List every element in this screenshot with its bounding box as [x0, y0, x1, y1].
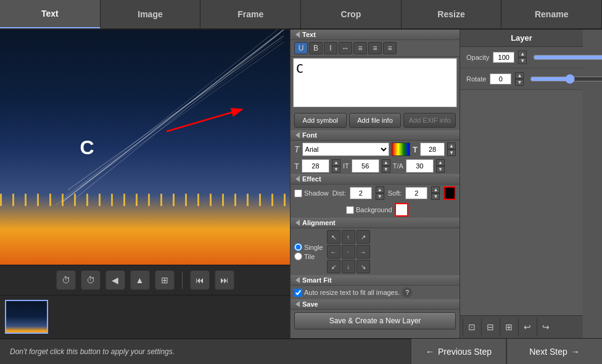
color-picker[interactable]: [392, 143, 410, 156]
char-spacing-up[interactable]: ▲: [436, 159, 445, 166]
align-mr[interactable]: →: [357, 245, 370, 259]
align-bl[interactable]: ↙: [327, 260, 340, 273]
opacity-input[interactable]: [493, 52, 514, 63]
tile-radio[interactable]: [294, 252, 302, 260]
auto-resize-checkbox[interactable]: [294, 289, 302, 297]
dist-down[interactable]: ▼: [376, 193, 384, 200]
opacity-slider[interactable]: [533, 55, 602, 60]
smart-fit-header: Smart Fit: [291, 275, 460, 286]
tab-text[interactable]: Text: [0, 0, 101, 28]
prev-step-btn[interactable]: ← Previous Step: [411, 339, 506, 364]
font-size2-down[interactable]: ▼: [332, 166, 340, 173]
shadow-checkbox[interactable]: [294, 189, 302, 197]
auto-resize-label[interactable]: Auto resize text to fit all images.: [294, 289, 400, 297]
tab-crop[interactable]: Crop: [301, 0, 402, 28]
font-section-header: Font: [291, 130, 460, 141]
tab-resize[interactable]: Resize: [402, 0, 502, 28]
soft-label: Soft:: [388, 189, 402, 197]
flip-h-btn[interactable]: ◀: [105, 270, 125, 290]
char-spacing-icon: T/A: [393, 162, 403, 170]
align-right-btn[interactable]: ≡: [383, 42, 397, 54]
dist-input[interactable]: [350, 187, 372, 199]
canvas-controls: ⏱ ⏱ ◀ ▲ ⊞ ⏮ ⏭: [0, 265, 290, 295]
dist-up[interactable]: ▲: [376, 186, 384, 193]
align-tr[interactable]: ↗: [357, 230, 370, 244]
bg-color-swatch[interactable]: [395, 203, 408, 217]
layer-action-5[interactable]: ↪: [537, 318, 554, 336]
svg-line-2: [74, 33, 281, 199]
background-checkbox-label[interactable]: Background: [346, 206, 392, 214]
font-size-input[interactable]: [420, 143, 445, 156]
add-symbol-btn[interactable]: Add symbol: [294, 113, 347, 128]
opacity-property: Opacity ▲ ▼: [460, 47, 583, 68]
next-arrow-icon: →: [571, 347, 580, 357]
shadow-checkbox-label[interactable]: Shadow: [294, 189, 329, 197]
add-exif-info-btn[interactable]: Add EXIF info: [403, 113, 456, 128]
line-height-input[interactable]: [352, 159, 379, 173]
line-height-down[interactable]: ▼: [382, 166, 390, 173]
layer-action-3[interactable]: ⊞: [500, 318, 517, 336]
thumbnail-item[interactable]: [5, 300, 48, 334]
font-row: T Arial Times New Roman Verdana T ▲ ▼: [291, 141, 460, 158]
font-select[interactable]: Arial Times New Roman Verdana: [302, 143, 389, 156]
prev-frame-btn[interactable]: ⏮: [190, 270, 210, 290]
effect-row-1: Shadow Dist: ▲ ▼ Soft: ▲ ▼: [291, 184, 460, 202]
thumbnail-row: [0, 295, 290, 338]
align-br[interactable]: ↘: [357, 260, 370, 273]
soft-down[interactable]: ▼: [431, 193, 440, 200]
background-checkbox[interactable]: [346, 206, 354, 214]
align-tl[interactable]: ↖: [327, 230, 340, 244]
layer-action-1[interactable]: ⊡: [463, 318, 480, 336]
line-height-stepper: ▲ ▼: [382, 159, 390, 173]
grid-btn[interactable]: ⊞: [155, 270, 175, 290]
resize-text-btn[interactable]: ↔: [339, 42, 352, 54]
rotate-slider[interactable]: [530, 77, 602, 81]
layer-actions: ⊡ ⊟ ⊞ ↩ ↪: [460, 315, 583, 338]
rotate-up[interactable]: ▲: [515, 72, 524, 79]
align-tc[interactable]: ↑: [342, 230, 355, 244]
next-step-btn[interactable]: Next Step →: [506, 339, 602, 364]
opacity-down[interactable]: ▼: [518, 57, 527, 64]
shadow-color-swatch[interactable]: [443, 186, 456, 200]
add-file-info-btn[interactable]: Add file info: [349, 113, 402, 128]
layer-action-2[interactable]: ⊟: [481, 318, 498, 336]
opacity-label: Opacity: [466, 54, 489, 61]
tab-frame[interactable]: Frame: [200, 0, 301, 28]
font-size2-input[interactable]: [302, 159, 329, 173]
text-input[interactable]: C: [293, 58, 457, 107]
opacity-up[interactable]: ▲: [518, 51, 527, 57]
tab-rename[interactable]: Rename: [501, 0, 602, 28]
red-arrow: [160, 101, 253, 138]
layer-action-4[interactable]: ↩: [518, 318, 535, 336]
italic-btn[interactable]: I: [324, 42, 337, 54]
rotate-down[interactable]: ▼: [515, 79, 524, 86]
font-size-up[interactable]: ▲: [447, 143, 456, 149]
align-mc[interactable]: ·: [342, 245, 355, 259]
font-size-down[interactable]: ▼: [447, 149, 456, 156]
tab-image[interactable]: Image: [101, 0, 201, 28]
underline-btn[interactable]: U: [294, 42, 308, 54]
help-icon[interactable]: ?: [402, 287, 412, 297]
soft-input[interactable]: [405, 187, 427, 199]
flip-v-btn[interactable]: ▲: [130, 270, 150, 290]
single-radio[interactable]: [294, 243, 302, 251]
bold-btn[interactable]: B: [309, 42, 323, 54]
align-center-btn[interactable]: ≡: [368, 42, 382, 54]
save-create-layer-btn[interactable]: Save & Create a New Layer: [294, 312, 456, 329]
tile-radio-label[interactable]: Tile: [294, 252, 323, 260]
layer-panel: Layer Opacity ▲ ▼ Rotate ▲ ▼ ⊡ ⊟ ⊞: [460, 30, 583, 338]
font-size2-up[interactable]: ▲: [332, 159, 340, 166]
timer-btn-1[interactable]: ⏱: [56, 270, 76, 290]
rotate-input[interactable]: [490, 73, 511, 85]
single-radio-label[interactable]: Single: [294, 243, 323, 251]
char-spacing-input[interactable]: [406, 159, 434, 173]
soft-up[interactable]: ▲: [431, 186, 440, 193]
soft-stepper: ▲ ▼: [431, 186, 440, 200]
align-left-btn[interactable]: ≡: [353, 42, 367, 54]
timer-btn-2[interactable]: ⏱: [81, 270, 101, 290]
char-spacing-down[interactable]: ▼: [436, 166, 445, 173]
align-ml[interactable]: ←: [327, 245, 340, 259]
next-frame-btn[interactable]: ⏭: [215, 270, 234, 290]
align-bc[interactable]: ↓: [342, 260, 355, 273]
line-height-up[interactable]: ▲: [382, 159, 390, 166]
